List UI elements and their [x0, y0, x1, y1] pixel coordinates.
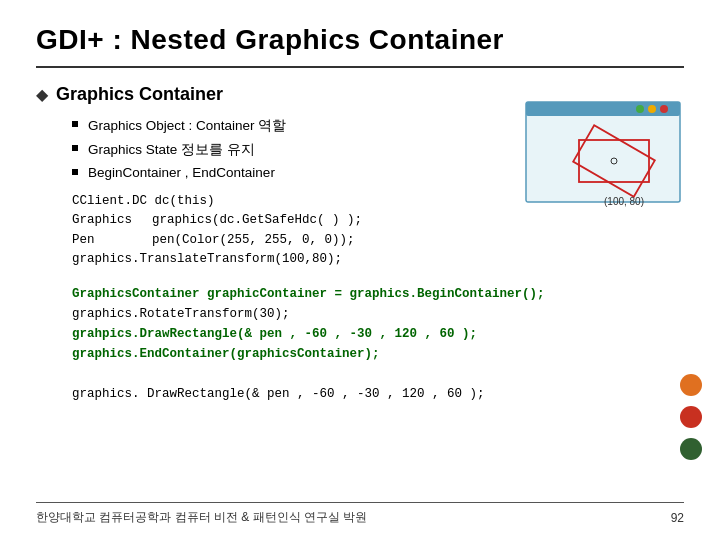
square-bullet-icon: [72, 121, 78, 127]
code-label: Pen: [72, 231, 152, 250]
svg-text:(100, 80): (100, 80): [604, 196, 644, 207]
code-line-5: graphics. DrawRectangle(& pen , -60 , -3…: [72, 384, 684, 404]
code-block-2: GraphicsContainer graphicContainer = gra…: [72, 284, 684, 404]
svg-rect-0: [526, 102, 680, 202]
code-line-green-3: grahpics.DrawRectangle(& pen , -60 , -30…: [72, 324, 684, 344]
diamond-bullet-icon: ◆: [36, 85, 48, 104]
code-line-green-1: GraphicsContainer graphicContainer = gra…: [72, 284, 684, 304]
divider: [36, 66, 684, 68]
footer-left: 한양대학교 컴퓨터공학과 컴퓨터 비전 & 패턴인식 연구실 박원: [36, 509, 367, 526]
svg-point-2: [660, 105, 668, 113]
section-heading: Graphics Container: [56, 84, 223, 105]
code-text: graphics.TranslateTransform(100,80);: [72, 250, 342, 269]
code-text: CClient.DC dc(this): [72, 192, 215, 211]
list-item-text: BeginContainer , EndContainer: [88, 165, 275, 180]
page: GDI+ : Nested Graphics Container ◆ Graph…: [0, 0, 720, 540]
svg-rect-1: [526, 102, 680, 116]
circle-green: [680, 438, 702, 460]
list-item-text: Graphics Object : Container 역할: [88, 117, 286, 135]
svg-point-4: [636, 105, 644, 113]
code-label: Graphics: [72, 211, 152, 230]
code-green-text: GraphicsContainer graphicContainer = gra…: [72, 287, 545, 301]
code-value: graphics(dc.GetSafeHdc( ) );: [152, 211, 362, 230]
circle-red: [680, 406, 702, 428]
svg-point-3: [648, 105, 656, 113]
footer: 한양대학교 컴퓨터공학과 컴퓨터 비전 & 패턴인식 연구실 박원 92: [36, 502, 684, 526]
code-normal-text: graphics. DrawRectangle(& pen , -60 , -3…: [72, 387, 485, 401]
code-line-3: Pen pen(Color(255, 255, 0, 0));: [72, 231, 684, 250]
code-line-2: graphics.RotateTransform(30);: [72, 304, 684, 324]
code-green-text: grahpics.DrawRectangle(& pen , -60 , -30…: [72, 327, 477, 341]
code-line-4: graphics.TranslateTransform(100,80);: [72, 250, 684, 269]
list-item-text: Graphics State 정보를 유지: [88, 141, 255, 159]
code-green-text: graphics.EndContainer(graphicsContainer)…: [72, 347, 380, 361]
circle-orange: [680, 374, 702, 396]
square-bullet-icon: [72, 169, 78, 175]
diagram-svg: (100, 80): [524, 100, 684, 230]
footer-page-number: 92: [671, 511, 684, 525]
code-value: pen(Color(255, 255, 0, 0));: [152, 231, 355, 250]
code-line-green-4: graphics.EndContainer(graphicsContainer)…: [72, 344, 684, 364]
deco-circles: [680, 374, 702, 460]
code-normal-text: graphics.RotateTransform(30);: [72, 307, 290, 321]
diagram-area: (100, 80): [524, 100, 684, 230]
page-title: GDI+ : Nested Graphics Container: [36, 24, 684, 56]
square-bullet-icon: [72, 145, 78, 151]
